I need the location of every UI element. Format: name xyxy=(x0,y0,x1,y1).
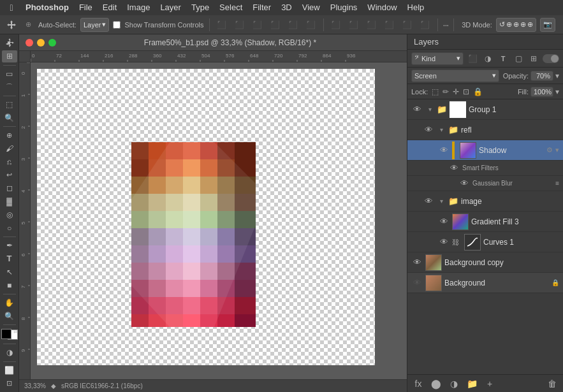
tool-hand[interactable]: ✋ xyxy=(2,297,17,309)
tool-brush[interactable]: 🖌 xyxy=(2,143,17,155)
tool-shape[interactable]: ■ xyxy=(2,279,17,291)
layer-visibility-smartfilters[interactable]: 👁 xyxy=(448,163,460,174)
tool-spot-heal[interactable]: ⊕ xyxy=(2,129,17,142)
layer-visibility-bgcopy[interactable]: 👁 xyxy=(411,257,423,268)
filter-shape-icon[interactable]: ▢ xyxy=(512,52,525,65)
delete-layer-btn[interactable]: 🗑 xyxy=(545,377,559,391)
layer-visibility-refl[interactable]: 👁 xyxy=(423,124,434,136)
layer-item-curves1[interactable]: 👁 ⛓ Curves 1 xyxy=(407,232,563,252)
menu-3d[interactable]: 3D xyxy=(276,0,297,15)
distribute3-btn[interactable]: ⬛ xyxy=(365,18,379,32)
layer-gaussblur-options-icon[interactable]: ≡ xyxy=(555,180,559,187)
align-center-v-btn[interactable]: ⬛ xyxy=(286,18,300,32)
layer-item-group1[interactable]: 👁 ▾ 📁 Group 1 xyxy=(407,99,563,120)
layer-visibility-background[interactable]: 👁 xyxy=(411,277,423,289)
menu-select[interactable]: Select xyxy=(214,0,247,15)
tool-type[interactable]: T xyxy=(2,253,17,265)
layer-gaussblur[interactable]: 👁 Gaussian Blur ≡ xyxy=(407,176,563,191)
tool-quickmask[interactable]: ◑ xyxy=(2,347,17,359)
tool-zoom[interactable]: 🔍 xyxy=(2,310,17,322)
menu-filter[interactable]: Filter xyxy=(247,0,276,15)
distribute4-btn[interactable]: ⬛ xyxy=(383,18,397,32)
tool-frame[interactable]: ⊡ xyxy=(2,377,17,389)
transform-controls-checkbox[interactable] xyxy=(113,21,121,29)
swap-colors-icon[interactable]: ⇄ xyxy=(13,329,18,335)
layer-item-refl[interactable]: 👁 ▾ 📁 refl xyxy=(407,120,563,140)
lock-paint-icon[interactable]: ✏ xyxy=(442,87,449,96)
tool-gradient[interactable]: ▓ xyxy=(2,196,17,208)
menu-window[interactable]: Window xyxy=(362,0,402,15)
fill-value[interactable]: 100% xyxy=(530,87,553,97)
window-maximize-btn[interactable] xyxy=(48,39,56,47)
tool-history-brush[interactable]: ↩ xyxy=(2,169,17,181)
menu-image[interactable]: Image xyxy=(122,0,155,15)
layer-expand-refl[interactable]: ▾ xyxy=(437,126,446,134)
layer-visibility-group1[interactable]: 👁 xyxy=(411,104,423,115)
distribute6-btn[interactable]: ⬛ xyxy=(418,18,432,32)
align-top-btn[interactable]: ⬛ xyxy=(268,18,282,32)
tool-dodge[interactable]: ○ xyxy=(2,222,17,234)
filter-pixel-icon[interactable]: ⬛ xyxy=(466,52,479,65)
distribute2-btn[interactable]: ⬛ xyxy=(347,18,361,32)
tool-marquee-rect[interactable]: ▭ xyxy=(2,68,17,80)
menu-view[interactable]: View xyxy=(297,0,325,15)
filter-adjust-icon[interactable]: ◑ xyxy=(481,52,494,65)
blend-mode-dropdown[interactable]: Screen ▾ xyxy=(411,69,499,82)
layer-visibility-shadow[interactable]: 👁 xyxy=(438,145,450,156)
window-close-btn[interactable] xyxy=(26,39,33,47)
tool-lasso[interactable]: ⌒ xyxy=(2,81,17,93)
filter-type-icon[interactable]: T xyxy=(497,52,509,65)
tool-eyedropper[interactable]: 🔍 xyxy=(2,112,17,124)
layer-expand-group1[interactable]: ▾ xyxy=(425,105,434,114)
menu-photoshop[interactable]: Photoshop xyxy=(20,0,74,15)
tool-clone-stamp[interactable]: ⎌ xyxy=(2,156,17,168)
layer-item-shadow[interactable]: 👁 Shadow ⚙ ▾ xyxy=(407,140,563,161)
layer-options-shadow-icon[interactable]: ⚙ xyxy=(546,146,553,154)
tool-artboard[interactable]: ⊞ xyxy=(2,50,17,62)
menu-edit[interactable]: Edit xyxy=(98,0,122,15)
options-more-btn[interactable]: ··· xyxy=(443,20,449,30)
layer-item-image[interactable]: 👁 ▾ 📁 image xyxy=(407,191,563,212)
foreground-color[interactable] xyxy=(1,329,11,339)
align-right-btn[interactable]: ⬛ xyxy=(251,18,265,32)
tool-move[interactable] xyxy=(2,37,17,49)
new-layer-btn[interactable]: + xyxy=(483,377,497,391)
align-center-h-btn[interactable]: ⬛ xyxy=(233,18,247,32)
menu-file[interactable]: File xyxy=(74,0,98,15)
menu-help[interactable]: Help xyxy=(402,0,430,15)
fg-bg-colors[interactable]: ⇄ xyxy=(1,329,18,340)
tool-screen-mode[interactable]: ⬜ xyxy=(2,365,17,377)
align-left-btn[interactable]: ⬛ xyxy=(215,18,229,32)
filter-smartobj-icon[interactable]: ⊞ xyxy=(527,52,540,65)
add-mask-btn[interactable]: ⬤ xyxy=(429,377,443,391)
layer-item-gradientfill3[interactable]: 👁 Gradient Fill 3 xyxy=(407,212,563,232)
canvas-container[interactable] xyxy=(31,62,407,379)
filter-toggle[interactable] xyxy=(543,54,559,63)
menu-layer[interactable]: Layer xyxy=(155,0,186,15)
layer-visibility-curves1[interactable]: 👁 xyxy=(438,236,450,248)
opacity-value[interactable]: 70% xyxy=(530,71,553,81)
align-bottom-btn[interactable]: ⬛ xyxy=(304,18,318,32)
layer-filter-type-dropdown[interactable]: 𝄢 Kind ▾ xyxy=(411,52,464,65)
tool-crop[interactable]: ⬚ xyxy=(2,99,17,111)
lock-artboard-icon[interactable]: ⊡ xyxy=(463,87,469,96)
layer-visibility-image[interactable]: 👁 xyxy=(423,196,434,207)
layer-item-background[interactable]: 👁 Background 🔒 xyxy=(407,273,563,293)
tool-path-select[interactable]: ↖ xyxy=(2,266,17,278)
lock-all-icon[interactable]: 🔒 xyxy=(473,87,483,96)
lock-position-icon[interactable]: ✛ xyxy=(453,87,459,96)
layer-expand-image[interactable]: ▾ xyxy=(437,197,446,206)
apple-logo-icon[interactable]:  xyxy=(5,0,18,15)
distribute-btn[interactable]: ⬛ xyxy=(329,18,343,32)
tool-blur[interactable]: ◎ xyxy=(2,209,17,221)
layer-visibility-gradientfill3[interactable]: 👁 xyxy=(438,216,450,228)
new-group-btn[interactable]: 📁 xyxy=(465,377,479,391)
layer-item-bgcopy[interactable]: 👁 Background copy xyxy=(407,252,563,273)
distribute5-btn[interactable]: ⬛ xyxy=(400,18,414,32)
auto-select-dropdown[interactable]: Layer ▾ xyxy=(80,18,110,32)
menu-plugins[interactable]: Plugins xyxy=(325,0,363,15)
menu-type[interactable]: Type xyxy=(186,0,214,15)
tool-pen[interactable]: ✒ xyxy=(2,240,17,252)
layer-visibility-gaussblur[interactable]: 👁 xyxy=(458,178,470,189)
tool-eraser[interactable]: ◻ xyxy=(2,182,17,194)
